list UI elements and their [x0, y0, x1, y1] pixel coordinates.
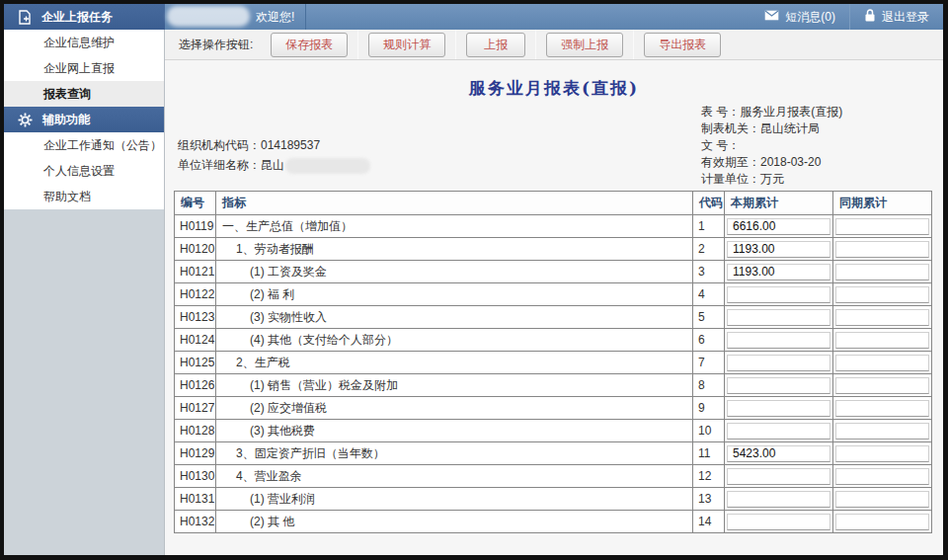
submit-button[interactable]: 上报 — [466, 33, 525, 57]
current-period-input[interactable] — [727, 400, 830, 417]
prior-period-input[interactable] — [835, 514, 929, 530]
report-doc-icon — [18, 10, 32, 25]
row-id-link[interactable]: H0128 — [175, 420, 216, 442]
force-submit-button[interactable]: 强制上报 — [546, 33, 623, 57]
prior-period-input[interactable] — [835, 309, 929, 326]
sidebar-section-report-tasks[interactable]: 企业上报任务 — [4, 4, 165, 30]
row-id-link[interactable]: H0132 — [175, 511, 216, 533]
indicator-cell: 3、固定资产折旧（当年数） — [216, 442, 693, 465]
prior-period-input[interactable] — [835, 445, 929, 462]
row-id-link[interactable]: H0122 — [175, 283, 216, 306]
current-period-input[interactable] — [727, 423, 830, 440]
row-id-link[interactable]: H0121 — [175, 261, 216, 283]
current-period-cell — [725, 261, 833, 283]
top-bar: 企业上报任务 欢迎您! 短消息(0) 退出登录 — [4, 4, 943, 30]
toolbar-label: 选择操作按钮: — [179, 37, 253, 53]
code-cell: 13 — [693, 488, 725, 511]
prior-period-cell — [833, 306, 932, 329]
row-id-link[interactable]: H0129 — [175, 442, 216, 465]
code-cell: 3 — [693, 261, 725, 283]
code-cell: 8 — [693, 374, 725, 397]
indicator-cell: 2、生产税 — [216, 352, 693, 374]
table-row: H01304、营业盈余12 — [175, 465, 932, 488]
meta-line-1: 制表机关：昆山统计局 — [701, 120, 842, 137]
org-code-line: 组织机构代码：014189537 — [178, 135, 370, 155]
current-period-input[interactable] — [727, 377, 830, 394]
current-period-cell — [725, 465, 833, 488]
current-period-input[interactable] — [727, 445, 830, 462]
current-period-cell — [725, 352, 833, 374]
current-period-input[interactable] — [727, 468, 830, 485]
envelope-icon — [764, 10, 779, 24]
export-report-button[interactable]: 导出报表 — [644, 33, 721, 57]
row-id-link[interactable]: H0131 — [175, 488, 216, 511]
current-period-input[interactable] — [727, 218, 830, 235]
sidebar-item-1-1[interactable]: 个人信息设置 — [4, 158, 164, 184]
meta-label: 表 号： — [701, 104, 740, 120]
meta-line-0: 表 号：服务业月报表(直报) — [701, 104, 842, 120]
prior-period-cell — [833, 283, 932, 306]
sidebar-section-title: 辅助功能 — [42, 112, 90, 128]
prior-period-input[interactable] — [835, 423, 929, 440]
row-id-link[interactable]: H0127 — [175, 397, 216, 420]
prior-period-input[interactable] — [835, 241, 929, 258]
prior-period-input[interactable] — [835, 332, 929, 349]
row-id-link[interactable]: H0126 — [175, 374, 216, 397]
row-id-link[interactable]: H0123 — [175, 306, 216, 329]
col-header-indicator: 指标 — [216, 192, 693, 215]
rule-calc-button[interactable]: 规则计算 — [368, 33, 445, 57]
prior-period-cell — [833, 397, 932, 420]
prior-period-input[interactable] — [835, 468, 929, 485]
save-report-button[interactable]: 保存报表 — [271, 33, 348, 57]
table-row: H0124(4) 其他（支付给个人部分）6 — [175, 329, 932, 352]
code-cell: 7 — [693, 352, 725, 374]
current-period-input[interactable] — [727, 309, 830, 326]
sidebar-item-0-1[interactable]: 企业网上直报 — [4, 55, 164, 81]
current-period-cell — [725, 329, 833, 352]
sidebar-item-0-2[interactable]: 报表查询 — [4, 81, 164, 107]
prior-period-input[interactable] — [835, 286, 929, 303]
sidebar-section-aux-functions[interactable]: 辅助功能 — [4, 107, 164, 132]
indicator-cell: (2) 福 利 — [216, 283, 693, 306]
logout-button[interactable]: 退出登录 — [850, 4, 943, 30]
current-period-input[interactable] — [727, 332, 830, 349]
current-period-input[interactable] — [727, 355, 830, 371]
table-row: H01293、固定资产折旧（当年数）11 — [175, 442, 932, 465]
prior-period-input[interactable] — [835, 400, 929, 417]
prior-period-input[interactable] — [835, 355, 929, 371]
prior-period-input[interactable] — [835, 491, 929, 508]
indicator-cell: (1) 营业利润 — [216, 488, 693, 511]
logout-label: 退出登录 — [882, 9, 929, 26]
meta-line-3: 有效期至：2018-03-20 — [701, 154, 842, 171]
table-row: H01252、生产税7 — [175, 352, 932, 374]
current-period-input[interactable] — [727, 514, 830, 530]
app-window: 企业上报任务 欢迎您! 短消息(0) 退出登录 企业 — [4, 4, 943, 555]
row-id-link[interactable]: H0130 — [175, 465, 216, 488]
topbar-divider — [305, 4, 306, 30]
row-id-link[interactable]: H0119 — [175, 215, 216, 238]
report-content: 服务业月报表(直报) 组织机构代码：014189537 单位详细名称：昆山 表 … — [165, 60, 943, 555]
prior-period-input[interactable] — [835, 218, 929, 235]
current-period-input[interactable] — [727, 286, 830, 303]
code-cell: 14 — [693, 511, 725, 533]
sidebar-item-0-0[interactable]: 企业信息维护 — [4, 30, 164, 55]
row-id-link[interactable]: H0120 — [175, 238, 216, 261]
username-redacted-blur — [167, 6, 250, 27]
current-period-input[interactable] — [727, 264, 830, 280]
code-cell: 5 — [693, 306, 725, 329]
row-id-link[interactable]: H0124 — [175, 329, 216, 352]
unit-name-label: 单位详细名称： — [178, 158, 261, 172]
prior-period-input[interactable] — [835, 377, 929, 394]
sidebar-item-1-2[interactable]: 帮助文档 — [4, 184, 164, 209]
messages-button[interactable]: 短消息(0) — [750, 4, 849, 30]
col-header-id: 编号 — [175, 192, 216, 215]
prior-period-input[interactable] — [835, 264, 929, 280]
row-id-link[interactable]: H0125 — [175, 352, 216, 374]
sidebar-item-1-0[interactable]: 企业工作通知（公告） — [4, 132, 164, 158]
current-period-input[interactable] — [727, 241, 830, 258]
indicator-cell: 4、营业盈余 — [216, 465, 693, 488]
current-period-cell — [725, 488, 833, 511]
code-cell: 9 — [693, 397, 725, 420]
table-row: H0127(2) 应交增值税9 — [175, 397, 932, 420]
current-period-input[interactable] — [727, 491, 830, 508]
